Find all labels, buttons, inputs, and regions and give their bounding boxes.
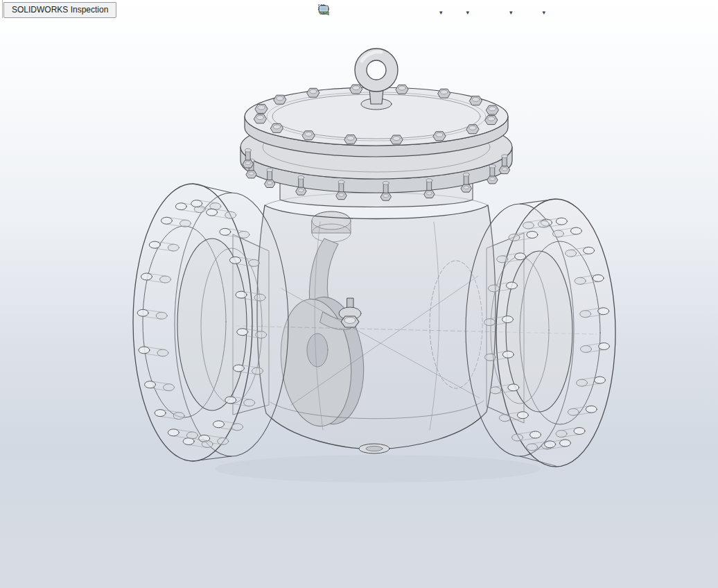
view-settings-icon xyxy=(317,3,330,16)
graphics-viewport[interactable]: SOLIDWORKS Inspection xyxy=(0,0,718,588)
section-view-button[interactable] xyxy=(367,4,384,21)
hide-show-items-button[interactable] xyxy=(448,4,465,21)
apply-scene-dropdown-arrow[interactable]: ▾ xyxy=(508,4,514,21)
valve-3d-model[interactable] xyxy=(0,0,718,588)
heads-up-toolbar: ▾ ▾ ▾ xyxy=(317,3,547,21)
view-settings-dropdown-arrow[interactable]: ▾ xyxy=(541,4,548,21)
inspection-panel-tab[interactable]: SOLIDWORKS Inspection xyxy=(3,2,116,18)
view-orientation-dropdown-arrow[interactable]: ▾ xyxy=(438,4,444,21)
view-settings-button[interactable] xyxy=(525,4,541,21)
right-flange[interactable] xyxy=(466,199,615,467)
zoom-in-out-button[interactable] xyxy=(351,4,367,21)
zoom-to-area-button[interactable] xyxy=(334,4,351,21)
apply-scene-button[interactable] xyxy=(491,4,508,21)
panel-edge xyxy=(2,0,3,18)
measure-button[interactable] xyxy=(384,4,401,21)
model-shadow xyxy=(215,455,541,483)
annotation-view-button[interactable] xyxy=(401,4,417,21)
view-orientation-button[interactable] xyxy=(421,4,438,21)
left-flange[interactable] xyxy=(133,184,288,461)
edit-appearance-button[interactable] xyxy=(475,4,491,21)
hide-show-items-dropdown-arrow[interactable]: ▾ xyxy=(465,4,471,21)
